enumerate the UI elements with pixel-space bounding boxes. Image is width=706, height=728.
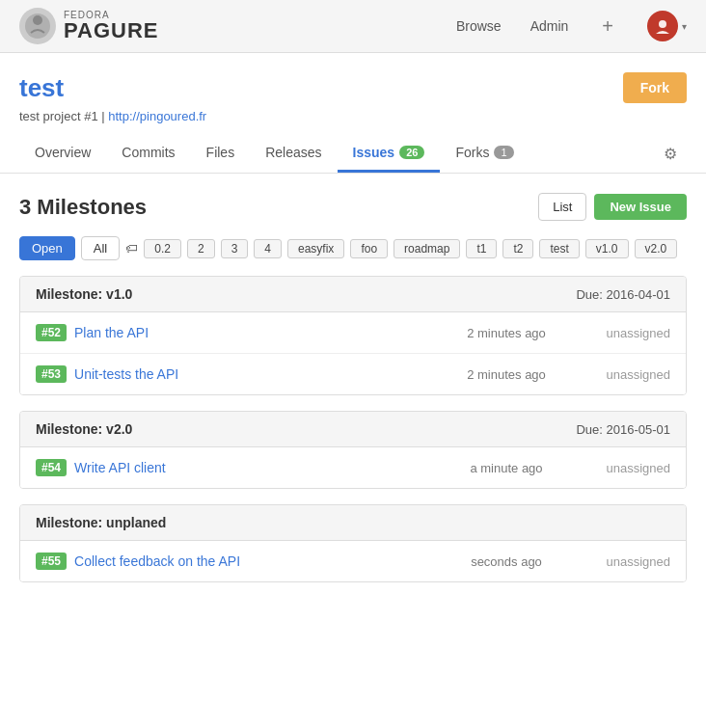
- issue-title-55[interactable]: Collect feedback on the API: [74, 553, 439, 569]
- logo-area[interactable]: fedora PAGURE: [19, 8, 159, 44]
- project-header: test Fork test project #1 | http://pingo…: [0, 53, 706, 174]
- nav-browse[interactable]: Browse: [456, 18, 502, 34]
- issue-time-54: a minute ago: [439, 461, 574, 475]
- nav-plus-icon[interactable]: +: [597, 15, 618, 38]
- milestone-header-v2: Milestone: v2.0 Due: 2016-05-01: [20, 412, 686, 447]
- project-title[interactable]: test: [19, 73, 64, 103]
- milestone-name-v1: Milestone: v1.0: [36, 286, 132, 302]
- milestone-card-v1: Milestone: v1.0 Due: 2016-04-01 #52 Plan…: [19, 276, 687, 395]
- nav-admin[interactable]: Admin: [530, 18, 569, 34]
- tab-issues[interactable]: Issues 26: [338, 135, 441, 173]
- tag-2[interactable]: 2: [187, 239, 215, 258]
- issue-id-54: #54: [36, 459, 67, 476]
- tag-v1-0[interactable]: v1.0: [585, 239, 629, 258]
- top-nav: fedora PAGURE Browse Admin + ▾: [0, 0, 706, 53]
- table-row: #54 Write API client a minute ago unassi…: [20, 447, 686, 488]
- table-row: #55 Collect feedback on the API seconds …: [20, 541, 686, 581]
- issue-title-52[interactable]: Plan the API: [74, 325, 439, 340]
- avatar: [647, 11, 678, 41]
- filter-row: Open All 🏷 0.2 2 3 4 easyfix foo roadmap…: [19, 236, 687, 260]
- issue-time-52: 2 minutes ago: [439, 326, 574, 340]
- tab-commits[interactable]: Commits: [106, 135, 190, 173]
- milestone-header-unplaned: Milestone: unplaned: [20, 505, 686, 541]
- issue-time-53: 2 minutes ago: [439, 367, 574, 382]
- issue-title-54[interactable]: Write API client: [74, 460, 439, 475]
- settings-gear-icon[interactable]: ⚙: [654, 135, 687, 173]
- user-area[interactable]: ▾: [647, 11, 687, 41]
- milestone-due-v1: Due: 2016-04-01: [576, 287, 670, 302]
- logo-icon: [19, 8, 56, 44]
- table-row: #52 Plan the API 2 minutes ago unassigne…: [20, 312, 686, 354]
- tag-foo[interactable]: foo: [350, 239, 388, 258]
- table-row: #53 Unit-tests the API 2 minutes ago una…: [20, 354, 686, 394]
- logo-pagure-text: PAGURE: [64, 20, 159, 41]
- issue-title-53[interactable]: Unit-tests the API: [74, 366, 439, 382]
- tab-releases[interactable]: Releases: [250, 135, 337, 173]
- milestones-header: 3 Milestones List New Issue: [19, 193, 687, 221]
- milestone-card-unplaned: Milestone: unplaned #55 Collect feedback…: [19, 504, 687, 582]
- issue-assignee-55: unassigned: [574, 554, 670, 569]
- project-meta: test project #1 | http://pingoured.fr: [19, 109, 687, 123]
- issue-id-55: #55: [36, 553, 67, 570]
- filter-all[interactable]: All: [81, 236, 120, 260]
- milestone-header-v1: Milestone: v1.0 Due: 2016-04-01: [20, 277, 686, 312]
- tag-t2[interactable]: t2: [502, 239, 533, 258]
- filter-open[interactable]: Open: [19, 236, 75, 260]
- issues-badge: 26: [399, 146, 424, 159]
- issue-time-55: seconds ago: [439, 554, 574, 569]
- tab-forks[interactable]: Forks 1: [440, 135, 529, 173]
- tag-easyfix[interactable]: easyfix: [287, 239, 344, 258]
- tag-t1[interactable]: t1: [466, 239, 497, 258]
- new-issue-button[interactable]: New Issue: [594, 194, 687, 220]
- milestone-name-v2: Milestone: v2.0: [36, 421, 132, 437]
- tabs: Overview Commits Files Releases Issues 2…: [19, 135, 530, 173]
- project-title-row: test Fork: [19, 72, 687, 103]
- tab-overview[interactable]: Overview: [19, 135, 106, 173]
- main-content: 3 Milestones List New Issue Open All 🏷 0…: [0, 174, 706, 617]
- tag-3[interactable]: 3: [221, 239, 249, 258]
- forks-badge: 1: [494, 146, 513, 159]
- issue-assignee-53: unassigned: [574, 367, 670, 382]
- issue-assignee-54: unassigned: [574, 461, 670, 475]
- list-button[interactable]: List: [538, 193, 586, 221]
- issue-id-52: #52: [36, 324, 67, 341]
- issue-id-53: #53: [36, 365, 67, 383]
- svg-point-1: [33, 15, 42, 25]
- milestone-card-v2: Milestone: v2.0 Due: 2016-05-01 #54 Writ…: [19, 411, 687, 489]
- header-buttons: List New Issue: [538, 193, 687, 221]
- tag-test[interactable]: test: [539, 239, 579, 258]
- tag-0-2[interactable]: 0.2: [144, 239, 181, 258]
- svg-point-2: [659, 20, 666, 28]
- project-link[interactable]: http://pingoured.fr: [108, 109, 206, 123]
- tag-4[interactable]: 4: [254, 239, 282, 258]
- chevron-down-icon: ▾: [682, 21, 687, 32]
- tag-icon: 🏷: [125, 241, 138, 256]
- tag-roadmap[interactable]: roadmap: [394, 239, 460, 258]
- project-meta-text: test project #1: [19, 109, 98, 123]
- fork-button[interactable]: Fork: [623, 72, 687, 103]
- milestone-due-v2: Due: 2016-05-01: [576, 422, 670, 437]
- milestone-name-unplaned: Milestone: unplaned: [36, 515, 166, 530]
- tab-files[interactable]: Files: [191, 135, 251, 173]
- issue-assignee-52: unassigned: [574, 326, 670, 340]
- tag-v2-0[interactable]: v2.0: [635, 239, 678, 258]
- nav-links: Browse Admin + ▾: [456, 11, 687, 41]
- tabs-row: Overview Commits Files Releases Issues 2…: [19, 135, 687, 173]
- milestones-title: 3 Milestones: [19, 195, 147, 220]
